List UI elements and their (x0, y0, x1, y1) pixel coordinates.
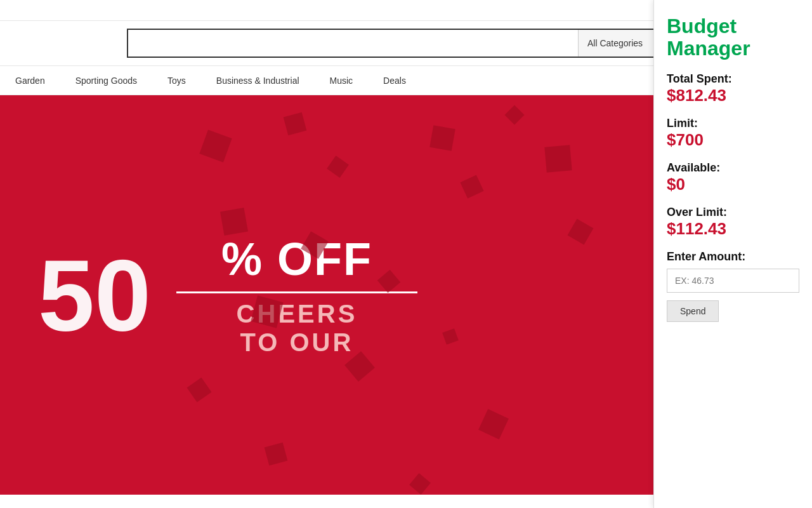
category-nav-deals[interactable]: Deals (368, 68, 421, 93)
category-nav-toys[interactable]: Toys (152, 68, 201, 93)
limit-row: Limit: $700 (667, 117, 799, 150)
budget-manager-panel: Budget Manager Total Spent: $812.43 Limi… (653, 0, 812, 508)
hero-divider (176, 291, 417, 293)
hero-to-our-text: TO OUR (240, 328, 354, 357)
over-limit-value: $112.43 (667, 219, 799, 239)
enter-amount-label: Enter Amount: (667, 250, 799, 264)
hero-cheers-text: CHEERS (237, 300, 358, 328)
available-row: Available: $0 (667, 161, 799, 194)
budget-manager-title: Budget Manager (667, 15, 799, 60)
hero-percent-off: % OFF (221, 233, 372, 285)
total-spent-row: Total Spent: $812.43 (667, 72, 799, 105)
available-label: Available: (667, 161, 720, 174)
enter-amount-row: Enter Amount: Spend (667, 250, 799, 322)
search-input[interactable] (128, 30, 578, 57)
available-value: $0 (667, 175, 799, 194)
spend-button[interactable]: Spend (667, 300, 719, 322)
total-spent-value: $812.43 (667, 86, 799, 105)
total-spent-label: Total Spent: (667, 72, 732, 85)
limit-value: $700 (667, 130, 799, 150)
over-limit-label: Over Limit: (667, 206, 727, 218)
over-limit-row: Over Limit: $112.43 (667, 206, 799, 239)
hero-big-number: 50 (38, 244, 151, 346)
limit-label: Limit: (667, 117, 698, 130)
category-nav-sporting-goods[interactable]: Sporting Goods (60, 68, 152, 93)
hero-center-content: % OFF CHEERS TO OUR (176, 233, 417, 357)
category-nav-garden[interactable]: Garden (0, 68, 60, 93)
category-nav-music[interactable]: Music (315, 68, 369, 93)
amount-input[interactable] (667, 269, 799, 293)
category-nav-business-industrial[interactable]: Business & Industrial (201, 68, 315, 93)
